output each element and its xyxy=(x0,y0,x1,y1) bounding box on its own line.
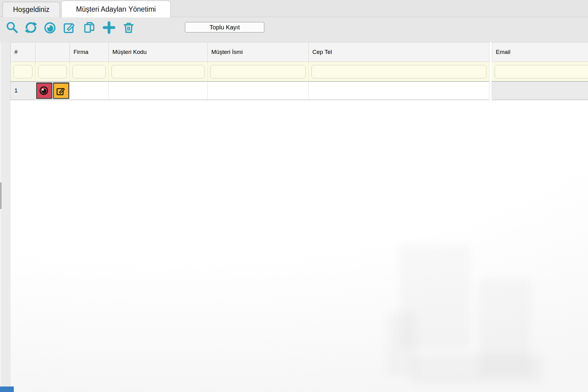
add-icon xyxy=(102,21,116,34)
edit-button[interactable] xyxy=(63,21,77,34)
background-watermark xyxy=(412,355,543,384)
tab-customer-leads[interactable]: Müşteri Adayları Yönetimi xyxy=(61,1,171,17)
edit-icon xyxy=(63,21,77,34)
cell-musteri_ismi xyxy=(208,82,309,100)
record-icon xyxy=(43,21,57,34)
toolbar: Toplu Kayıt xyxy=(0,17,588,42)
column-header-email[interactable]: Email xyxy=(492,42,588,62)
filter-input-musteri_kodu[interactable] xyxy=(111,65,205,78)
table-filter-row xyxy=(10,62,588,82)
filter-cell-musteri_ismi xyxy=(208,62,309,82)
column-header-cep_tel[interactable]: Cep Tel xyxy=(309,42,489,62)
table-header-row: #FirmaMüşteri KoduMüşteri İsmiCep TelEma… xyxy=(10,42,588,62)
refresh-button[interactable] xyxy=(24,21,38,34)
filter-cell-email xyxy=(492,62,588,82)
content-area: #FirmaMüşteri KoduMüşteri İsmiCep TelEma… xyxy=(10,42,588,392)
record-button[interactable] xyxy=(43,21,57,34)
filter-input-cep_tel[interactable] xyxy=(311,65,486,78)
filter-cell-firma xyxy=(70,62,109,82)
leads-table: #FirmaMüşteri KoduMüşteri İsmiCep TelEma… xyxy=(10,42,588,100)
filter-cell-index xyxy=(10,62,36,82)
left-gutter xyxy=(0,42,10,392)
copy-button[interactable] xyxy=(83,21,96,34)
table-row: 1 xyxy=(10,82,588,100)
filter-input-index[interactable] xyxy=(13,65,32,78)
column-header-musteri_kodu[interactable]: Müşteri Kodu xyxy=(109,42,208,62)
column-header-musteri_ismi[interactable]: Müşteri İsmi xyxy=(208,42,309,62)
filter-input-actions[interactable] xyxy=(38,65,67,78)
tab-welcome[interactable]: Hoşgeldiniz xyxy=(2,2,60,17)
filter-cell-musteri_kodu xyxy=(109,62,208,82)
bottom-left-accent xyxy=(0,386,14,392)
filter-input-musteri_ismi[interactable] xyxy=(210,65,306,78)
view-icon xyxy=(39,86,49,96)
filter-input-email[interactable] xyxy=(495,65,588,78)
view-record-button[interactable] xyxy=(36,82,52,99)
column-header-index[interactable]: # xyxy=(10,42,36,62)
search-button[interactable] xyxy=(5,21,19,34)
bulk-save-button[interactable]: Toplu Kayıt xyxy=(185,22,264,32)
edit-record-button[interactable] xyxy=(53,82,69,99)
cell-email xyxy=(492,82,588,100)
column-header-actions[interactable] xyxy=(36,42,70,62)
row-edit-icon xyxy=(56,86,66,96)
cell-musteri_kodu xyxy=(109,82,208,100)
cell-index: 1 xyxy=(10,82,36,100)
filter-cell-actions xyxy=(36,62,70,82)
panel-splitter-handle[interactable] xyxy=(0,183,2,209)
copy-icon xyxy=(83,21,96,34)
delete-icon xyxy=(122,21,135,34)
cell-actions xyxy=(36,82,70,100)
refresh-icon xyxy=(24,21,38,34)
tab-strip: HoşgeldinizMüşteri Adayları Yönetimi xyxy=(0,0,588,17)
column-header-firma[interactable]: Firma xyxy=(70,42,109,62)
filter-cell-cep_tel xyxy=(309,62,489,82)
filter-input-firma[interactable] xyxy=(73,65,106,78)
delete-button[interactable] xyxy=(122,21,135,34)
search-icon xyxy=(5,21,19,34)
add-button[interactable] xyxy=(102,21,116,34)
cell-cep_tel xyxy=(309,82,489,100)
cell-firma xyxy=(70,82,109,100)
